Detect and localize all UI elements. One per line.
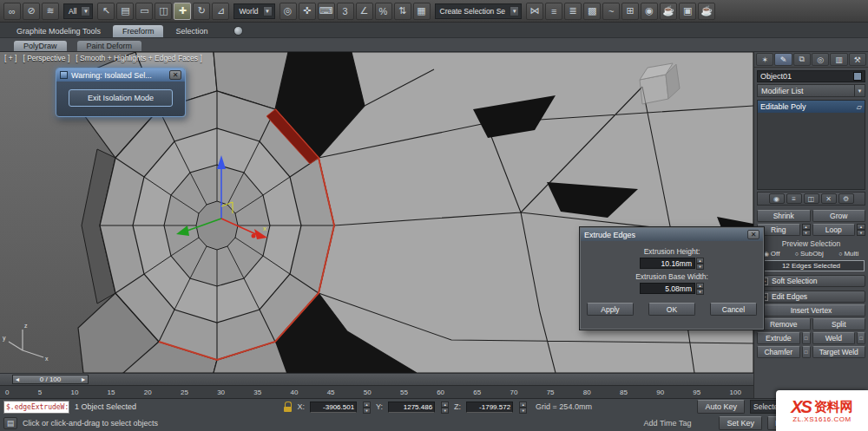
tab-selection[interactable]: Selection (166, 25, 217, 37)
x-spinner[interactable]: ▲▼ (363, 402, 371, 413)
select-link-icon[interactable]: ∞ (3, 3, 21, 20)
window-crossing-icon[interactable]: ◫ (155, 3, 172, 20)
preview-multi-radio[interactable]: ○ Multi (838, 250, 858, 258)
edit-edges-rollout[interactable]: − Edit Edges (757, 291, 865, 303)
loop-spinner[interactable]: ▲▼ (857, 224, 865, 236)
mirror-icon[interactable]: ⋈ (526, 3, 543, 20)
angle-snap-icon[interactable]: ∠ (356, 3, 373, 20)
isolation-warning-dialog[interactable]: Warning: Isolated Sel... ✕ Exit Isolatio… (56, 68, 186, 117)
apply-button[interactable]: Apply (587, 303, 634, 316)
select-rotate-icon[interactable]: ↻ (193, 3, 210, 20)
preview-subobj-radio[interactable]: ○ SubObj (795, 250, 824, 258)
extrusion-width-spinner[interactable]: ▲▼ (696, 283, 704, 294)
modify-tab-icon[interactable]: ✎ (774, 53, 792, 66)
track-bar[interactable]: 0510152025303540455055606570758085909510… (0, 385, 753, 398)
dialog-titlebar[interactable]: Warning: Isolated Sel... ✕ (56, 69, 185, 82)
z-spinner[interactable]: ▲▼ (519, 402, 527, 413)
tab-paint-deform[interactable]: Paint Deform (77, 41, 142, 51)
extrusion-height-spinner[interactable]: ▲▼ (696, 258, 704, 269)
select-manipulate-icon[interactable]: ✜ (299, 3, 316, 20)
named-sets-edit-icon[interactable]: ▦ (413, 3, 431, 20)
viewport-menu-shading[interactable]: [ Smooth + Highlights + Edged Faces ] (76, 54, 202, 62)
extrude-edges-dialog[interactable]: Extrude Edges ✕ Extrusion Height: 10.16m… (580, 227, 764, 330)
close-icon[interactable]: ✕ (747, 230, 760, 239)
soft-selection-rollout[interactable]: + Soft Selection (757, 275, 865, 287)
x-coordinate-field[interactable]: -3906.501 (310, 402, 357, 413)
tab-polydraw[interactable]: PolyDraw (14, 41, 67, 51)
grow-button[interactable]: Grow (812, 210, 866, 222)
ribbon-minimize-toggle[interactable] (233, 26, 243, 36)
curve-editor-icon[interactable]: ~ (602, 3, 620, 20)
modifier-stack[interactable]: Editable Poly ▱ (757, 100, 865, 190)
maxscript-mini-listener[interactable]: $.edgeExtrudeW: (3, 401, 69, 414)
object-name-field[interactable]: Object01 (760, 72, 851, 81)
time-slider[interactable]: ◂ 0 / 100 ▸ (0, 373, 753, 385)
y-coordinate-field[interactable]: 1275.486 (388, 402, 435, 413)
motion-tab-icon[interactable]: ◎ (812, 53, 829, 66)
remove-modifier-icon[interactable]: ✕ (821, 193, 837, 204)
auto-key-button[interactable]: Auto Key (697, 400, 745, 414)
extrude-button[interactable]: Extrude (757, 332, 800, 344)
use-pivot-center-icon[interactable]: ◎ (279, 3, 297, 20)
select-move-icon[interactable]: ✚ (174, 3, 191, 20)
bind-spacewarp-icon[interactable]: ≋ (42, 3, 59, 20)
reference-coordsys-dropdown[interactable]: World ▼ (233, 3, 274, 19)
weld-settings-icon[interactable]: □ (857, 332, 865, 344)
snaps-toggle-icon[interactable]: 3 (337, 3, 354, 20)
remove-button[interactable]: Remove (757, 318, 811, 330)
extrusion-height-field[interactable]: 10.16mm (640, 258, 695, 269)
ring-spinner[interactable]: ▲▼ (802, 224, 811, 236)
select-by-name-icon[interactable]: ▤ (116, 3, 134, 20)
layer-manager-icon[interactable]: ≣ (564, 3, 582, 20)
time-slider-handle[interactable]: ◂ 0 / 100 ▸ (12, 375, 89, 384)
insert-vertex-button[interactable]: Insert Vertex (757, 304, 865, 317)
cancel-button[interactable]: Cancel (710, 303, 757, 316)
object-color-swatch[interactable] (853, 72, 862, 81)
named-selection-sets-dropdown[interactable]: Create Selection Se ▼ (435, 3, 523, 19)
next-frame-icon[interactable]: ▸ (82, 375, 85, 383)
create-tab-icon[interactable]: ✶ (756, 53, 773, 66)
rendered-frame-icon[interactable]: ▣ (679, 3, 696, 20)
display-tab-icon[interactable]: ▥ (830, 53, 847, 66)
close-icon[interactable]: ✕ (169, 70, 181, 80)
selection-lock-icon[interactable] (283, 402, 293, 413)
tab-freeform[interactable]: Freeform (113, 25, 164, 37)
make-unique-icon[interactable]: ◫ (804, 193, 819, 204)
chamfer-settings-icon[interactable]: □ (802, 346, 811, 358)
preview-off-radio[interactable]: ◉ Off (764, 250, 780, 258)
weld-button[interactable]: Weld (812, 332, 856, 344)
keyboard-override-icon[interactable]: ⌨ (318, 3, 335, 20)
render-setup-icon[interactable]: ☕ (660, 3, 677, 20)
viewport-menu-plus[interactable]: [ + ] (4, 54, 16, 62)
utilities-tab-icon[interactable]: ⚒ (849, 53, 866, 66)
y-spinner[interactable]: ▲▼ (441, 402, 449, 413)
percent-snap-icon[interactable]: % (375, 3, 392, 20)
shrink-button[interactable]: Shrink (757, 210, 811, 222)
viewport-menu-view[interactable]: [ Perspective ] (23, 54, 69, 62)
tab-graphite-modeling-tools[interactable]: Graphite Modeling Tools (7, 25, 110, 37)
prev-frame-icon[interactable]: ◂ (16, 375, 19, 383)
select-scale-icon[interactable]: ⊿ (212, 3, 229, 20)
chamfer-button[interactable]: Chamfer (757, 346, 800, 358)
quick-render-icon[interactable]: ☕ (698, 3, 715, 20)
set-key-button[interactable]: Set Key (719, 416, 762, 430)
configure-modifier-icon[interactable]: ⚙ (838, 193, 854, 204)
ok-button[interactable]: OK (648, 303, 695, 316)
pin-stack-icon[interactable]: ◉ (769, 193, 785, 204)
target-weld-button[interactable]: Target Weld (812, 346, 866, 358)
split-button[interactable]: Split (812, 318, 866, 330)
hierarchy-tab-icon[interactable]: ⧉ (793, 53, 811, 66)
spinner-snap-icon[interactable]: ⇅ (394, 3, 411, 20)
z-coordinate-field[interactable]: -1799.572 (466, 402, 513, 413)
selection-filter-dropdown[interactable]: All ▼ (63, 3, 93, 19)
extrusion-width-field[interactable]: 5.08mm (640, 283, 695, 294)
graphite-toggle-icon[interactable]: ▩ (583, 3, 601, 20)
modifier-list-dropdown[interactable]: Modifier List ▼ (757, 84, 865, 97)
add-time-tag[interactable]: Add Time Tag (644, 419, 692, 428)
extrude-settings-icon[interactable]: □ (802, 332, 811, 344)
select-object-icon[interactable]: ↖ (97, 3, 115, 20)
listener-toggle-icon[interactable]: ▤ (3, 417, 17, 429)
schematic-view-icon[interactable]: ⊞ (621, 3, 639, 20)
material-editor-icon[interactable]: ◉ (641, 3, 658, 20)
loop-button[interactable]: Loop (812, 224, 856, 236)
